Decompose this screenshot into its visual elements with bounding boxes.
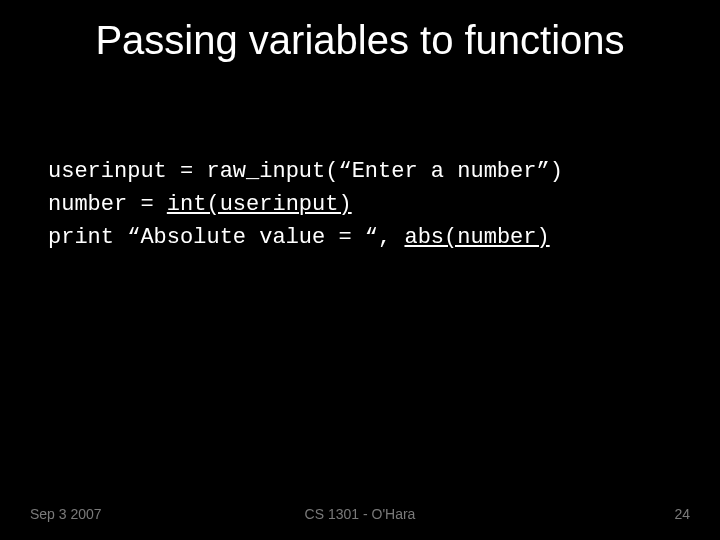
code-line-1: userinput = raw_input(“Enter a number”) [48,159,563,184]
code-line-3-call: abs(number) [404,225,549,250]
footer-page: 24 [674,506,690,522]
footer-course: CS 1301 - O'Hara [0,506,720,522]
code-line-2-pre: number = [48,192,167,217]
slide-title: Passing variables to functions [0,0,720,63]
code-block: userinput = raw_input(“Enter a number”) … [48,155,672,254]
code-line-3-pre: print “Absolute value = “, [48,225,404,250]
slide: Passing variables to functions userinput… [0,0,720,540]
code-line-2-call: int(userinput) [167,192,352,217]
